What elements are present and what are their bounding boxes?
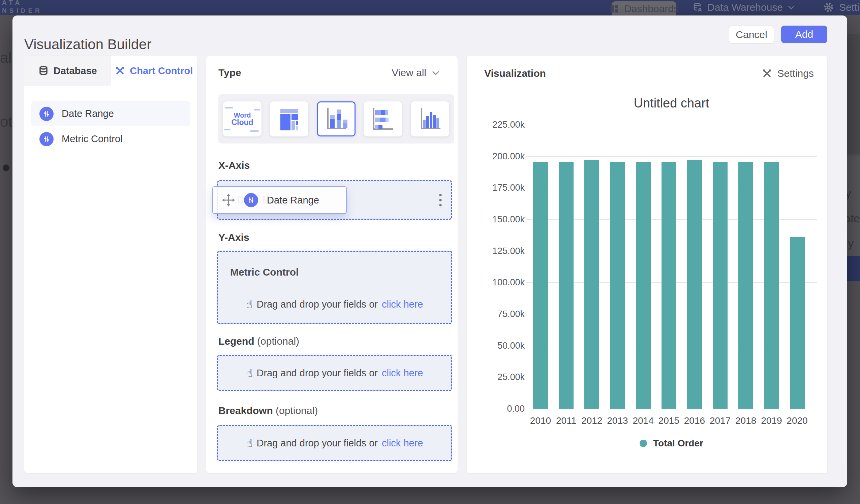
tab-database-label: Database (54, 66, 97, 76)
drop-hint-text: Drag and drop your fields or (256, 438, 377, 449)
legend-swatch (640, 440, 647, 447)
tools-icon (762, 68, 772, 78)
cancel-button[interactable]: Cancel (729, 26, 774, 44)
visualization-heading: Visualization (484, 68, 546, 79)
click-here-link[interactable]: click here (382, 368, 423, 379)
bar-2010[interactable] (533, 162, 548, 409)
bar-chart-plot: 225.00k200.00k175.00k150.00k125.00k100.0… (526, 125, 817, 409)
bar-2011[interactable] (559, 162, 574, 409)
chart-settings-button[interactable]: Settings (762, 68, 814, 79)
chart-type-word-cloud[interactable]: Word Cloud (223, 101, 261, 136)
legend-series-label: Total Order (653, 438, 703, 449)
bar-2014[interactable] (636, 162, 651, 409)
field-item-metric-control[interactable]: Metric Control (31, 126, 190, 152)
chevron-down-icon (432, 70, 440, 75)
chart-type-stacked-column[interactable] (317, 101, 356, 136)
y-axis-tick-label: 125.00k (474, 246, 525, 256)
settings-nav-label: Settings (839, 2, 860, 13)
add-button[interactable]: Add (781, 26, 827, 43)
modal-title: Visualization Builder (24, 37, 151, 53)
word-cloud-thumbnail: Word Cloud (231, 112, 253, 126)
dragged-field-chip[interactable]: Date Range (212, 186, 347, 214)
bar-2017[interactable] (713, 162, 728, 409)
top-navbar: ATA NSIDER Dashboards Data Warehouse Set… (0, 0, 860, 15)
chart-title: Untitled chart (526, 96, 817, 111)
y-axis-dropzone[interactable]: Metric Control ☝ Drag and drop your fiel… (217, 251, 452, 324)
column-thumbnail (418, 105, 442, 132)
y-axis-tick-label: 225.00k (474, 119, 525, 130)
nav-tab-dashboards[interactable]: Dashboards (612, 1, 676, 16)
drop-hint-text: Drag and drop your fields or (256, 299, 377, 310)
y-axis-tick-label: 200.00k (474, 151, 525, 162)
sliders-icon (244, 193, 258, 207)
data-warehouse-label: Data Warehouse (707, 2, 783, 13)
bar-2018[interactable] (739, 162, 753, 409)
bar-2020[interactable] (790, 237, 805, 409)
y-axis-tick-label: 175.00k (474, 182, 525, 193)
chart-type-treemap[interactable] (270, 101, 309, 136)
legend-heading: Legend (optional) (218, 335, 299, 347)
bar-2013[interactable] (610, 162, 625, 409)
backdrop-text-fragment: al (0, 49, 12, 66)
legend-dropzone[interactable]: ☝ Drag and drop your fields or click her… (217, 355, 452, 391)
tab-chart-control[interactable]: Chart Control (111, 56, 198, 86)
bar-2016[interactable] (687, 160, 702, 409)
view-all-label: View all (391, 67, 426, 78)
y-axis-tick-label: 25.00k (474, 372, 525, 383)
y-axis-group-label: Metric Control (230, 267, 299, 278)
field-label: Date Range (62, 108, 114, 119)
database-stack-icon (692, 2, 703, 13)
app-logo: ATA NSIDER (2, 0, 42, 15)
legend-optional-label: (optional) (257, 335, 299, 347)
drop-hint: ☝ Drag and drop your fields or click her… (246, 367, 423, 379)
click-here-link[interactable]: click here (382, 438, 423, 449)
drop-hint-text: Drag and drop your fields or (256, 368, 377, 379)
chart-type-strip: Word Cloud (218, 94, 454, 144)
tab-chart-control-label: Chart Control (130, 66, 193, 76)
breakdown-dropzone[interactable]: ☝ Drag and drop your fields or click her… (217, 425, 452, 461)
y-axis-heading: Y-Axis (218, 232, 249, 243)
y-axis-tick-label: 150.00k (474, 214, 525, 225)
logo-line-2: NSIDER (2, 7, 42, 15)
sliders-icon (40, 132, 54, 146)
nav-item-data-warehouse[interactable]: Data Warehouse (692, 0, 795, 15)
chart-type-column[interactable] (411, 101, 449, 136)
drop-hint: ☝ Drag and drop your fields or click her… (218, 298, 451, 311)
click-here-link[interactable]: click here (382, 299, 423, 310)
kebab-menu-icon[interactable] (439, 193, 443, 207)
field-label: Metric Control (62, 133, 123, 145)
x-axis-tick-label: 2020 (782, 415, 813, 426)
nav-item-settings[interactable]: Settings (823, 0, 860, 15)
breakdown-optional-label: (optional) (276, 405, 318, 416)
gridline (526, 156, 817, 157)
gridline (526, 409, 817, 409)
fields-panel: Database Chart Control Date Range Metric… (24, 56, 197, 473)
y-axis-tick-label: 75.00k (474, 308, 525, 319)
y-axis-tick-label: 0.00 (474, 403, 525, 414)
bar-2012[interactable] (584, 160, 599, 409)
move-icon (222, 193, 235, 207)
view-all-dropdown[interactable]: View all (391, 67, 440, 78)
type-heading: Type (218, 67, 241, 78)
breakdown-heading: Breakdown (optional) (218, 405, 318, 416)
tab-database[interactable]: Database (24, 56, 111, 86)
fields-panel-tabs: Database Chart Control (24, 56, 197, 86)
field-item-date-range[interactable]: Date Range (31, 101, 190, 126)
bar-2019[interactable] (764, 162, 779, 409)
backdrop-bullet (3, 164, 10, 171)
chart-legend: Total Order (526, 438, 817, 449)
tools-icon (115, 66, 125, 76)
click-hand-icon: ☝ (246, 367, 253, 379)
gear-icon (823, 2, 834, 13)
stacked-column-thumbnail (325, 105, 348, 132)
gridline (526, 125, 817, 125)
x-axis-heading: X-Axis (218, 160, 250, 171)
logo-line-1: ATA (2, 0, 42, 7)
click-hand-icon: ☝ (246, 437, 253, 449)
chevron-down-icon (788, 5, 795, 10)
visualization-panel: Visualization Settings Untitled chart 22… (467, 56, 827, 473)
sliders-icon (40, 107, 54, 121)
chart-type-stacked-bar[interactable] (363, 101, 402, 136)
bar-2015[interactable] (661, 162, 676, 409)
click-hand-icon: ☝ (246, 298, 253, 311)
